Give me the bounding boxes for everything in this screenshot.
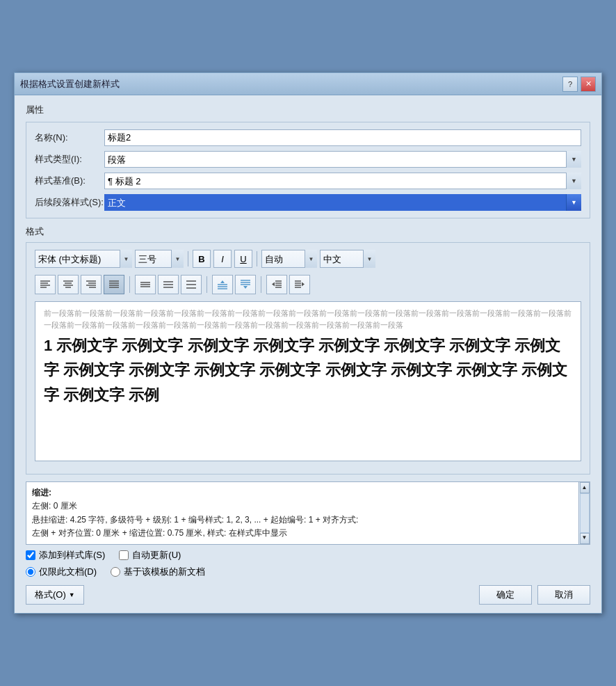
format-section: 宋体 (中文标题) ▼ 三号 ▼ B I U — [26, 242, 590, 474]
color-select[interactable]: 自动 — [261, 250, 317, 268]
lang-select-wrap: 中文 ▼ — [320, 250, 375, 268]
align-center-btn[interactable] — [58, 275, 79, 294]
style-type-label: 样式类型(I): — [35, 153, 104, 166]
svg-marker-32 — [243, 286, 248, 289]
align-sep2 — [206, 276, 207, 293]
options-row1: 添加到样式库(S) 自动更新(U) — [26, 549, 590, 561]
italic-button[interactable]: I — [213, 250, 232, 268]
format-dropdown-icon: ▼ — [69, 591, 75, 598]
spacing-double-btn[interactable] — [181, 275, 202, 294]
svg-marker-28 — [220, 280, 225, 283]
auto-update-option[interactable]: 自动更新(U) — [119, 549, 181, 561]
attributes-section: 名称(N): 样式类型(I): 段落 ▼ 样式基准(B): — [26, 122, 590, 218]
font-toolbar: 宋体 (中文标题) ▼ 三号 ▼ B I U — [35, 250, 581, 268]
action-buttons: 确定 取消 — [479, 585, 590, 605]
format-button[interactable]: 格式(O) ▼ — [26, 585, 84, 605]
font-select-wrap: 宋体 (中文标题) ▼ — [35, 250, 132, 268]
svg-marker-42 — [302, 282, 305, 287]
desc-line3: 左侧 + 对齐位置: 0 厘米 + 缩进位置: 0.75 厘米, 样式: 在样式… — [32, 527, 572, 540]
auto-update-label: 自动更新(U) — [132, 549, 181, 561]
underline-button[interactable]: U — [234, 250, 252, 268]
style-type-row: 样式类型(I): 段落 ▼ — [35, 151, 581, 168]
style-base-row: 样式基准(B): ¶ 标题 2 ▼ — [35, 173, 581, 189]
new-doc-template-radio[interactable] — [111, 567, 120, 577]
options-row2: 仅限此文档(D) 基于该模板的新文档 — [26, 566, 590, 578]
only-this-doc-label: 仅限此文档(D) — [39, 566, 97, 578]
svg-marker-37 — [272, 282, 275, 287]
desc-indent-title: 缩进: — [32, 486, 572, 500]
toolbar-sep1 — [188, 251, 188, 266]
followup-row: 后续段落样式(S): 正文 ▼ — [35, 194, 581, 211]
preview-main-text: 1 示例文字 示例文字 示例文字 示例文字 示例文字 示例文字 示例文字 示例文… — [44, 333, 572, 407]
align-toolbar — [35, 272, 581, 297]
line-spacing-up-btn[interactable] — [212, 275, 233, 294]
format-button-label: 格式(O) — [35, 589, 66, 601]
align-justify-btn[interactable] — [104, 275, 124, 294]
bottom-buttons: 格式(O) ▼ 确定 取消 — [26, 585, 590, 605]
line-spacing-down-btn[interactable] — [235, 275, 256, 294]
name-label: 名称(N): — [35, 131, 104, 144]
size-select[interactable]: 三号 — [135, 250, 184, 268]
followup-select-wrap: 正文 ▼ — [104, 194, 581, 211]
title-bar: 根据格式设置创建新样式 ? ✕ — [15, 73, 601, 95]
only-this-doc-radio[interactable] — [26, 567, 35, 577]
new-doc-template-option[interactable]: 基于该模板的新文档 — [111, 566, 205, 578]
align-sep3 — [261, 276, 261, 293]
desc-line1: 左侧: 0 厘米 — [32, 500, 572, 513]
cancel-button[interactable]: 取消 — [537, 585, 590, 605]
scroll-up-btn[interactable]: ▲ — [580, 482, 590, 493]
close-icon: ✕ — [585, 79, 592, 88]
style-type-select[interactable]: 段落 — [104, 151, 581, 168]
new-doc-template-label: 基于该模板的新文档 — [124, 566, 205, 578]
style-base-select-wrap: ¶ 标题 2 ▼ — [104, 173, 581, 189]
scroll-up-icon: ▲ — [582, 484, 587, 493]
desc-line2: 悬挂缩进: 4.25 字符, 多级符号 + 级别: 1 + 编号样式: 1, 2… — [32, 513, 572, 527]
ok-button[interactable]: 确定 — [479, 585, 532, 605]
preview-box: 前一段落前一段落前一段落前一段落前一段落前一段落前一段落前一段落前一段落前一段落… — [35, 301, 581, 461]
auto-update-checkbox[interactable] — [119, 550, 129, 560]
scroll-down-icon: ▼ — [582, 534, 587, 543]
title-bar-buttons: ? ✕ — [562, 77, 596, 92]
scroll-track — [580, 493, 590, 533]
style-base-select[interactable]: ¶ 标题 2 — [104, 173, 581, 189]
description-scrollbar: ▲ ▼ — [578, 482, 590, 544]
add-to-styles-checkbox[interactable] — [26, 550, 35, 560]
color-select-wrap: 自动 ▼ — [261, 250, 317, 268]
font-select[interactable]: 宋体 (中文标题) — [35, 250, 132, 268]
help-button[interactable]: ? — [562, 77, 578, 92]
help-icon: ? — [568, 80, 572, 88]
lang-select[interactable]: 中文 — [320, 250, 375, 268]
only-this-doc-option[interactable]: 仅限此文档(D) — [26, 566, 97, 578]
add-to-styles-option[interactable]: 添加到样式库(S) — [26, 549, 105, 561]
scroll-down-btn[interactable]: ▼ — [580, 533, 590, 544]
followup-select[interactable]: 正文 — [104, 194, 581, 211]
indent-increase-btn[interactable] — [289, 275, 310, 294]
spacing-single-btn[interactable] — [135, 275, 156, 294]
close-button[interactable]: ✕ — [581, 77, 596, 92]
name-row: 名称(N): — [35, 129, 581, 146]
description-box: 缩进: 左侧: 0 厘米 悬挂缩进: 4.25 字符, 多级符号 + 级别: 1… — [26, 481, 590, 545]
preview-prev-text: 前一段落前一段落前一段落前一段落前一段落前一段落前一段落前一段落前一段落前一段落… — [44, 308, 572, 330]
style-type-select-wrap: 段落 ▼ — [104, 151, 581, 168]
indent-decrease-btn[interactable] — [266, 275, 287, 294]
align-left-btn[interactable] — [35, 275, 56, 294]
spacing-1-5-btn[interactable] — [158, 275, 179, 294]
format-section-title: 格式 — [26, 225, 590, 238]
style-base-label: 样式基准(B): — [35, 175, 104, 187]
name-input[interactable] — [104, 129, 581, 146]
add-to-styles-label: 添加到样式库(S) — [39, 549, 105, 561]
dialog-body: 属性 名称(N): 样式类型(I): 段落 ▼ — [15, 95, 601, 613]
align-right-btn[interactable] — [81, 275, 102, 294]
followup-label: 后续段落样式(S): — [35, 196, 104, 209]
attributes-section-title: 属性 — [26, 104, 590, 116]
dialog-window: 根据格式设置创建新样式 ? ✕ 属性 名称(N): 样式类型(I): — [14, 72, 602, 614]
bold-button[interactable]: B — [193, 250, 211, 268]
align-sep1 — [129, 276, 130, 293]
size-select-wrap: 三号 ▼ — [135, 250, 184, 268]
toolbar-sep2 — [257, 251, 257, 266]
dialog-title: 根据格式设置创建新样式 — [20, 78, 120, 90]
